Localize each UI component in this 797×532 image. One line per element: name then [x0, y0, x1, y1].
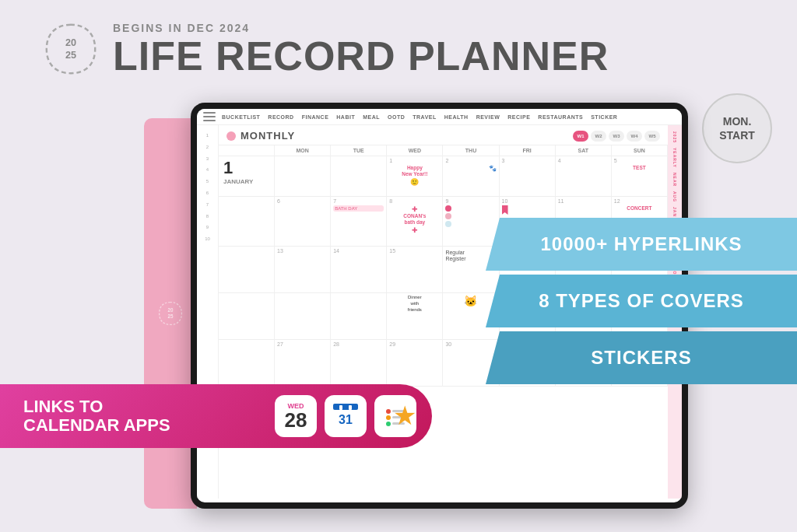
mon-start-line1: MON.	[723, 114, 752, 128]
nav-restaurants[interactable]: RESTAURANTS	[538, 114, 583, 120]
logo-badge: 20 25	[40, 19, 101, 79]
col-sun: SUN	[612, 145, 668, 156]
row-num-9: 9	[206, 223, 209, 232]
hyperlinks-band: 10000+ HYPERLINKS	[486, 218, 797, 271]
monthly-icon	[226, 131, 236, 141]
row-num-3: 3	[206, 155, 209, 163]
star-decoration: ★	[393, 400, 416, 431]
cell-empty-row4	[275, 293, 331, 340]
svg-rect-7	[339, 405, 342, 410]
week-buttons: W1 W2 W3 W4 W5	[573, 131, 660, 142]
yearly-label: YEARLY	[672, 148, 677, 168]
cell-fri-1: 3	[500, 156, 556, 197]
week-btn-3[interactable]: W3	[609, 131, 624, 142]
nav-review[interactable]: REVIEW	[476, 114, 500, 120]
nav-items: BUCKETLIST RECORD FINANCE HABIT MEAL OOT…	[222, 114, 617, 120]
nav-health[interactable]: HEALTH	[444, 114, 469, 120]
mon-start-badge: MON. START	[702, 93, 772, 163]
year-label: 2025	[672, 131, 677, 143]
covers-label: 8 TYPES OF COVERS	[539, 290, 744, 312]
row-num-8: 8	[206, 212, 209, 221]
cell-empty-2	[331, 156, 387, 197]
jan-label: JAN	[672, 207, 677, 217]
col-tue: TUE	[331, 145, 387, 156]
mon-start-line2: START	[719, 128, 755, 142]
cell-tue-2: 7 BATH DAY	[331, 197, 387, 247]
planner-nav: BUCKETLIST RECORD FINANCE HABIT MEAL OOT…	[197, 109, 682, 125]
links-banner: LINKS TO CALENDAR APPS WED 28 31	[0, 384, 432, 448]
cell-wed-2: 8 ✚ CONAN'sbath day ✚	[387, 197, 443, 247]
row-label-5	[219, 340, 275, 387]
links-banner-text: LINKS TO CALENDAR APPS	[23, 397, 170, 435]
hamburger-icon	[203, 112, 216, 121]
row-num-6: 6	[206, 189, 209, 198]
svg-rect-5	[333, 404, 358, 410]
col-sat: SAT	[556, 145, 612, 156]
hyperlinks-label: 10000+ HYPERLINKS	[540, 233, 742, 255]
nav-meal[interactable]: MEAL	[363, 114, 380, 120]
row-num-5: 5	[206, 177, 209, 186]
cell-mon-3: 13	[275, 247, 331, 293]
nav-sticker[interactable]: STICKER	[591, 114, 617, 120]
bookmark	[502, 205, 508, 215]
date-app-icon: WED 28	[275, 395, 317, 437]
nav-bucketlist[interactable]: BUCKETLIST	[222, 114, 260, 120]
row-label-2	[219, 197, 275, 247]
header-title: LIFE RECORD PLANNER	[113, 36, 609, 76]
row-label-4	[219, 293, 275, 340]
svg-rect-8	[349, 405, 352, 410]
row-num-10: 10	[205, 235, 210, 243]
cell-wed-3: 15	[387, 247, 443, 293]
col-fri: FRI	[500, 145, 556, 156]
svg-text:31: 31	[339, 413, 353, 426]
svg-text:20: 20	[167, 307, 174, 313]
svg-point-10	[386, 409, 391, 414]
svg-point-14	[386, 422, 391, 426]
tablet-cover-bg: 20 25	[144, 118, 197, 509]
cell-empty-1	[275, 156, 331, 197]
cell-r5-1: 27	[275, 340, 331, 387]
cell-3: Dinnerwithfriends	[387, 293, 443, 340]
row-num-2: 2	[206, 143, 209, 152]
row-label-3	[219, 247, 275, 293]
header-subtitle: BEGINS IN DEC 2024	[113, 22, 609, 34]
cell-thu-1: 2 🐾	[443, 156, 499, 197]
monthly-title: MONTHLY	[241, 130, 295, 142]
week-btn-1[interactable]: W1	[573, 131, 588, 142]
svg-text:20: 20	[65, 37, 76, 48]
nav-record[interactable]: RECORD	[268, 114, 293, 120]
header: BEGINS IN DEC 2024 LIFE RECORD PLANNER	[113, 22, 609, 76]
cell-tue-3: 14	[331, 247, 387, 293]
bath-day-event: BATH DAY	[333, 205, 384, 212]
col-wed: WED	[387, 145, 443, 156]
nav-finance[interactable]: FINANCE	[302, 114, 329, 120]
week-btn-4[interactable]: W4	[627, 131, 642, 142]
cell-wed-1: 1 HappyNew Year!! 🙂	[387, 156, 443, 197]
row-label-jan: 1 JANUARY	[219, 156, 275, 197]
col-thu: THU	[443, 145, 499, 156]
col-label	[219, 145, 275, 156]
row-num-1: 1	[206, 131, 209, 140]
row-num-7: 7	[206, 201, 209, 209]
google-cal-icon: 31	[325, 395, 367, 437]
stickers-label: STICKERS	[591, 347, 691, 369]
col-mon: MON	[275, 145, 331, 156]
week-btn-2[interactable]: W2	[591, 131, 606, 142]
cell-r5-2: 28	[331, 340, 387, 387]
nav-habit[interactable]: HABIT	[336, 114, 355, 120]
nav-recipe[interactable]: RECIPE	[507, 114, 530, 120]
svg-text:25: 25	[65, 50, 76, 61]
row-month: JANUARY	[223, 178, 269, 185]
cell-2	[331, 293, 387, 340]
row-num-display: 1	[223, 159, 269, 177]
week-btn-5[interactable]: W5	[644, 131, 660, 142]
covers-band: 8 TYPES OF COVERS	[486, 275, 797, 327]
feature-bands: 10000+ HYPERLINKS 8 TYPES OF COVERS STIC…	[486, 218, 797, 384]
cell-mon-2: 6	[275, 197, 331, 247]
cell-r5-3: 29	[387, 340, 443, 387]
nav-travel[interactable]: TRAVEL	[413, 114, 436, 120]
near-label: NEAR	[672, 173, 677, 187]
svg-text:25: 25	[167, 313, 174, 319]
nav-ootd[interactable]: OOTD	[388, 114, 405, 120]
cell-sat-1: 4	[556, 156, 612, 197]
